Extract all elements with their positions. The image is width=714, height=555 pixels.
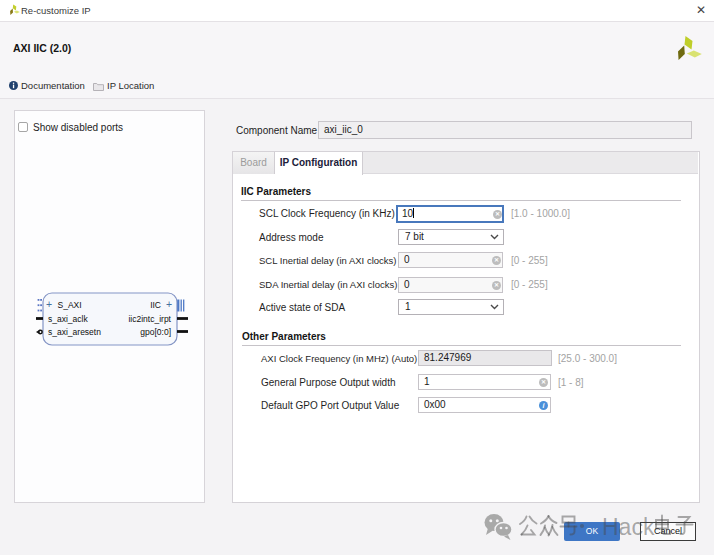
svg-text:+: + <box>46 298 52 310</box>
svg-text:gpo[0:0]: gpo[0:0] <box>140 327 171 337</box>
svg-text:S_AXI: S_AXI <box>58 300 82 310</box>
svg-text:Hack: Hack <box>602 514 655 540</box>
svg-text:IIC: IIC <box>150 300 161 310</box>
svg-text:s_axi_aclk: s_axi_aclk <box>48 314 88 324</box>
svg-text:s_axi_aresetn: s_axi_aresetn <box>48 327 101 337</box>
svg-text:+: + <box>166 298 172 310</box>
svg-text:iic2intc_irpt: iic2intc_irpt <box>128 314 171 324</box>
